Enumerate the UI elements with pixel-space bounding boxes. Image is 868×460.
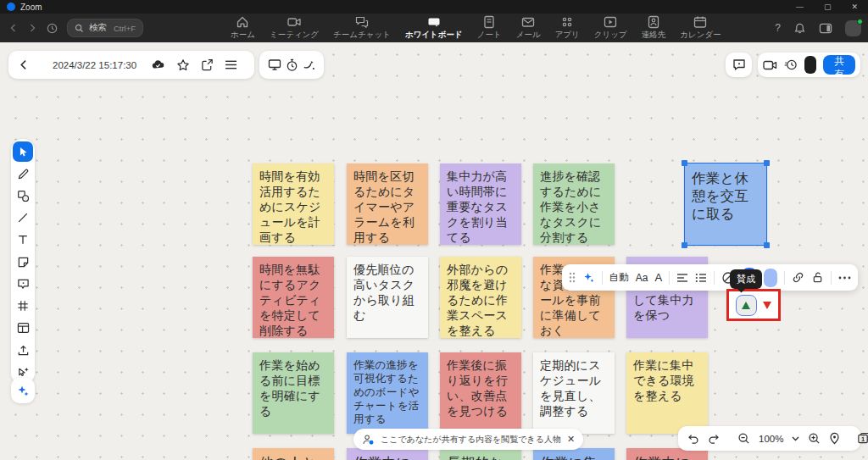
sticky-note[interactable]: 作業の進捗を可視化するためのボードやチャートを活用する (347, 352, 428, 434)
font-style-button[interactable]: Aa (636, 272, 648, 284)
tool-line[interactable] (13, 208, 33, 228)
upload-icon (17, 344, 30, 357)
board-timestamp[interactable]: 2024/3/22 15:17:30 (53, 60, 136, 70)
tool-upload[interactable] (13, 340, 33, 360)
selection-handle[interactable] (682, 242, 687, 248)
sticky-note[interactable]: 作業に集中 (533, 448, 615, 460)
side-panel-icon[interactable] (819, 22, 832, 35)
fill-color-swatch-lightblue[interactable] (764, 269, 778, 287)
tool-frame[interactable] (13, 296, 33, 316)
sticky-note[interactable]: 時間を有効活用するためにスケジュールを計画する (253, 163, 334, 245)
ai-sparkle-icon (16, 384, 30, 397)
history-icon[interactable] (46, 22, 58, 35)
canvas-controls: 100% 1 (678, 426, 860, 451)
sticky-note-text: 作業中にス (633, 454, 701, 460)
sticky-note[interactable]: 優先順位の高いタスクから取り組む (347, 257, 428, 338)
comments-button[interactable] (726, 53, 752, 77)
sticky-note[interactable]: 作業を始める前に目標を明確にする (253, 352, 334, 434)
zoom-in-icon[interactable] (808, 432, 821, 445)
drag-handle[interactable] (569, 272, 576, 283)
star-favorite-icon[interactable] (176, 58, 190, 72)
sticky-note[interactable]: 長期的な目 (440, 448, 521, 460)
nav-tab-calendar[interactable]: カレンダー (680, 15, 721, 41)
locate-pin-icon[interactable] (829, 432, 840, 445)
tool-shapes[interactable] (13, 186, 33, 206)
nav-tab-contacts[interactable]: 連絡先 (642, 15, 666, 41)
nav-tabs: ホームミーティングチームチャットホワイトボードノートメールアプリクリップ連絡先カ… (231, 14, 721, 42)
notifications-bell-icon[interactable] (793, 22, 806, 35)
pages-button[interactable]: 1 (857, 432, 868, 445)
upvote-button[interactable] (736, 295, 757, 316)
tool-pen[interactable] (13, 163, 33, 184)
align-left-icon[interactable] (676, 273, 688, 283)
downvote-button[interactable] (763, 302, 771, 309)
undo-icon[interactable] (687, 433, 699, 445)
auto-size-button[interactable]: 自動 (609, 271, 629, 284)
link-icon[interactable] (792, 271, 804, 284)
timer-icon[interactable] (286, 58, 298, 72)
menu-icon[interactable] (225, 59, 237, 70)
share-button[interactable]: 共有 (823, 55, 855, 75)
close-icon[interactable]: ✕ (851, 0, 858, 14)
sticky-note[interactable]: 時間を無駄にするアクティビティを特定して削除する (253, 257, 334, 338)
nav-tab-home[interactable]: ホーム (231, 15, 255, 41)
sticky-note[interactable]: 定期的にスケジュールを見直し、調整する (533, 352, 615, 434)
sticky-note-text: 時間を区切るためにタイマーやアラームを利用する (353, 169, 421, 246)
minimize-icon[interactable]: — (796, 0, 804, 14)
sticky-note[interactable]: 進捗を確認するために作業を小さなタスクに分割する (533, 163, 615, 245)
selection-handle[interactable] (764, 160, 770, 166)
present-icon[interactable] (268, 58, 281, 71)
nav-back-icon[interactable] (8, 23, 19, 33)
export-share-icon[interactable] (201, 58, 214, 71)
nav-tab-chat[interactable]: チームチャット (333, 15, 391, 41)
nav-tab-label: ホワイトボード (405, 30, 463, 41)
zoom-out-icon[interactable] (737, 432, 750, 445)
maximize-icon[interactable]: ▢ (824, 0, 832, 14)
sticky-note[interactable]: 時間を区切るためにタイマーやアラームを利用する (347, 163, 428, 245)
camera-icon[interactable] (763, 59, 777, 71)
unlock-icon[interactable] (811, 271, 824, 284)
nav-tab-label: メール (516, 30, 541, 41)
notification-close-icon[interactable]: ✕ (567, 434, 575, 445)
viewers-notification-text: ここであなたが共有する内容を閲覧できる人物 (381, 434, 561, 446)
nav-forward-icon[interactable] (27, 23, 37, 33)
nav-tab-mail[interactable]: メール (516, 15, 541, 41)
whiteboard-canvas[interactable] (0, 42, 868, 460)
nav-tab-meeting[interactable]: ミーティング (270, 15, 319, 41)
bullet-list-icon[interactable] (695, 273, 707, 283)
help-icon[interactable]: ? (775, 22, 781, 34)
tool-sticky-note[interactable] (13, 252, 33, 272)
laser-pointer-icon[interactable] (303, 58, 315, 71)
nav-tab-apps[interactable]: アプリ (555, 15, 580, 41)
zoom-level[interactable]: 100% (759, 434, 783, 444)
nav-tab-notes[interactable]: ノート (477, 15, 502, 41)
tool-select[interactable] (13, 141, 33, 162)
board-back-icon[interactable] (19, 59, 30, 70)
tool-text[interactable] (13, 230, 33, 250)
redo-icon[interactable] (708, 433, 721, 445)
text-color-button[interactable]: A (654, 271, 662, 284)
nav-tab-clips[interactable]: クリップ (594, 15, 627, 41)
sticky-note[interactable]: 作業中に気 (347, 448, 428, 460)
sticky-note[interactable]: 他の人と共有 (253, 448, 334, 460)
nav-tab-whiteboard[interactable]: ホワイトボード (405, 15, 463, 41)
selection-handle[interactable] (764, 242, 770, 248)
zoom-dropdown-chevron-icon[interactable] (792, 436, 799, 441)
search-input[interactable]: 検索 Ctrl+F (67, 19, 143, 37)
sticky-note[interactable]: 集中力が高い時間帯に重要なタスクを割り当てる (440, 163, 521, 245)
ai-suggest-icon[interactable] (582, 271, 595, 284)
more-options-icon[interactable] (838, 276, 851, 280)
sticky-note[interactable]: 作業後に振り返りを行い、改善点を見つける (440, 352, 521, 434)
tool-comment[interactable] (13, 274, 33, 294)
activity-icon[interactable] (784, 58, 798, 71)
sticky-note[interactable]: 外部からの邪魔を避けるために作業スペースを整える (440, 257, 521, 338)
tool-template[interactable] (13, 318, 33, 338)
board-owner-avatar[interactable] (804, 56, 816, 74)
selection-handle[interactable] (682, 160, 687, 166)
sticky-note-selected[interactable]: 作業と休憩を交互に取る (685, 163, 766, 245)
user-avatar[interactable] (845, 20, 861, 36)
sticky-note[interactable]: 作業に集中できる環境を整える (626, 352, 708, 434)
cloud-sync-icon[interactable] (151, 58, 165, 72)
nav-tab-label: アプリ (555, 30, 580, 41)
ai-companion-button[interactable] (11, 378, 35, 403)
